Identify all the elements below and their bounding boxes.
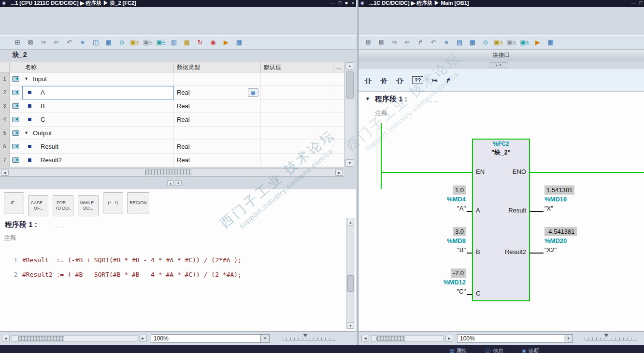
collapse-arrow-icon[interactable]: ▼ <box>24 72 29 85</box>
goto-previous-icon[interactable]: ⇐ <box>401 37 413 48</box>
pin-b[interactable]: B <box>476 248 480 255</box>
zoom-slider[interactable] <box>585 337 637 340</box>
db-environment-icon[interactable]: ▣± <box>142 37 154 48</box>
interface-collapse-control[interactable]: ▲ ▼ <box>489 62 508 68</box>
goto-next-icon[interactable]: ⇒ <box>388 37 400 48</box>
snippet-case[interactable]: CASE... OF... <box>28 195 48 216</box>
zoom-dropdown-icon[interactable]: ▼ <box>260 335 269 342</box>
status-hscroll-thumb[interactable] <box>18 336 64 341</box>
open-branch-icon[interactable]: ↦ <box>432 77 437 84</box>
insert-network-icon[interactable]: ⊞ <box>362 37 374 48</box>
status-hscroll-thumb[interactable] <box>376 336 405 341</box>
overview-icon[interactable]: ▦ <box>103 37 114 48</box>
minimize-icon[interactable]: — <box>330 0 335 6</box>
left-titlebar[interactable]: ◉ ...1 [CPU 1211C DC/DC/DC] ▶ 程序块 ▶ 块_2 … <box>0 0 356 7</box>
branch-icon[interactable]: ↱ <box>415 37 426 48</box>
network-comment[interactable]: 注释 <box>4 234 16 242</box>
db-instance-icon[interactable]: ▣± <box>155 37 167 48</box>
scroll-left-icon[interactable]: ◀ <box>361 335 369 342</box>
code-vscroll-thumb[interactable] <box>347 275 354 292</box>
db-calls-icon[interactable]: ▣± <box>129 37 141 48</box>
table-row-result[interactable]: 6 Result Real <box>0 140 344 154</box>
operand-input-a[interactable]: 1.0 %MD4 "A" <box>393 185 466 213</box>
header-name[interactable]: 名称 <box>22 62 174 73</box>
zoom-select[interactable]: 100% ▼ <box>151 334 270 343</box>
network-title[interactable]: 程序段 1 : <box>375 95 407 104</box>
comment-icon[interactable]: ⊙ <box>116 37 128 48</box>
status-hscroll-track[interactable] <box>371 335 444 342</box>
block-interface-bar[interactable]: 块接口 <box>358 50 644 61</box>
pin-result[interactable]: Result <box>508 207 526 214</box>
network-title[interactable]: 程序段 1 : <box>5 220 37 229</box>
zoom-dropdown-icon[interactable]: ▼ <box>564 335 572 342</box>
table-hscrollbar[interactable]: ◀ ▶ <box>0 168 344 177</box>
insert-row-icon[interactable]: ⊞ <box>12 37 23 48</box>
more-commands-icon[interactable]: ▶ <box>532 37 544 48</box>
monitor-on-icon[interactable]: ◉ <box>207 37 219 48</box>
code-vscrollbar[interactable]: ▲ ▼ <box>346 218 355 329</box>
coil-icon[interactable]: -( )- <box>396 77 403 84</box>
close-icon[interactable]: × <box>352 0 354 6</box>
code-line-1[interactable]: #Result := (-#B + SQRT(#B * #B - 4 * #A … <box>22 256 242 264</box>
editor-splitter[interactable]: ▲ ▼ <box>0 177 356 189</box>
maximize-icon[interactable]: ■ <box>345 0 347 6</box>
network-list-icon[interactable]: ≡ <box>77 37 88 48</box>
lad-view-icon[interactable]: ▤ <box>454 37 465 48</box>
overview-icon[interactable]: ▦ <box>467 37 478 48</box>
restore-icon[interactable]: □ <box>640 0 642 6</box>
header-default[interactable]: 默认值 <box>261 62 333 73</box>
minimize-icon[interactable]: — <box>631 0 636 6</box>
scroll-right-icon[interactable]: ▶ <box>139 335 147 342</box>
delete-row-icon[interactable]: ⊠ <box>25 37 36 48</box>
table-vscrollbar[interactable]: ▲ ▼ <box>344 62 355 167</box>
absolute-operands-icon[interactable]: ▥ <box>168 37 180 48</box>
settings-icon[interactable]: ▩ <box>181 37 193 48</box>
table-row-C[interactable]: 4 C Real <box>0 113 344 127</box>
pin-eno[interactable]: ENO <box>513 168 526 175</box>
name-cell-selected[interactable]: A <box>22 86 174 99</box>
table-row-A[interactable]: 2 A Real ▦ <box>0 86 344 99</box>
contact-nc-icon[interactable]: -|/|- <box>380 77 387 84</box>
hscroll-thumb[interactable] <box>145 169 191 175</box>
operand-output-result2[interactable]: -4.541381 %MD20 "X2" <box>544 227 627 254</box>
open-table-icon[interactable]: ▦ <box>545 37 557 48</box>
restore-icon[interactable]: □ <box>339 0 341 6</box>
code-line-2[interactable]: #Result2 := (-#B - SQRT(#B * #B - 4 * #A… <box>22 271 242 278</box>
scroll-right-icon[interactable]: ▶ <box>335 169 343 176</box>
contact-no-icon[interactable]: -| |- <box>364 77 372 84</box>
table-row-result2[interactable]: 7 Result2 Real <box>0 154 344 167</box>
scroll-up-icon[interactable]: ▲ <box>345 62 354 70</box>
reset-values-icon[interactable]: ⇐ <box>51 37 62 48</box>
pin-result2[interactable]: Result2 <box>505 248 526 255</box>
tab-diagnostics[interactable]: ◉ 诊断 <box>522 347 539 353</box>
scroll-down-icon[interactable]: ▼ <box>347 322 354 329</box>
scroll-down-icon[interactable]: ▼ <box>345 159 354 167</box>
operand-output-result[interactable]: 1.541381 %MD16 "X" <box>544 185 627 213</box>
scroll-left-icon[interactable]: ◀ <box>1 169 9 176</box>
undo-icon[interactable]: ↶ <box>64 37 75 48</box>
network-comment[interactable]: 注释 <box>375 109 387 118</box>
close-branch-icon[interactable]: ↱ <box>445 77 450 84</box>
collapse-arrow-icon[interactable]: ▼ <box>24 127 29 140</box>
db-environment-icon[interactable]: ▣± <box>506 37 517 48</box>
tab-info[interactable]: ⓘ 信息 <box>486 348 503 353</box>
snippet-comment[interactable]: (*...*) <box>103 192 123 213</box>
zoom-slider-handle[interactable] <box>604 334 609 339</box>
operand-input-c[interactable]: -7.0 %MD12 "C" <box>393 268 466 296</box>
more-commands-icon[interactable]: ▶ <box>220 37 232 48</box>
splitter-up-icon[interactable]: ▲ <box>167 180 174 186</box>
pin-a[interactable]: A <box>476 207 480 214</box>
operand-input-b[interactable]: 3.0 %MD8 "B" <box>393 227 466 254</box>
db-calls-icon[interactable]: ▣± <box>493 37 504 48</box>
split-editor-icon[interactable]: ◫ <box>90 37 101 48</box>
table-row-B[interactable]: 3 B Real <box>0 99 344 113</box>
db-instance-icon[interactable]: ▣± <box>519 37 530 48</box>
network-list-icon[interactable]: ≡ <box>441 37 452 48</box>
header-datatype[interactable]: 数据类型 <box>174 62 261 73</box>
network-collapse-icon[interactable]: ▼ <box>365 96 370 101</box>
status-hscroll-track[interactable] <box>12 335 137 342</box>
scroll-up-icon[interactable]: ▲ <box>347 219 354 226</box>
right-titlebar[interactable]: ◉ ...1C DC/DC/DC] ▶ 程序块 ▶ Main [OB1] — □ <box>358 0 644 7</box>
header-more[interactable]: ... <box>333 62 344 73</box>
zoom-slider-handle[interactable] <box>303 334 308 339</box>
